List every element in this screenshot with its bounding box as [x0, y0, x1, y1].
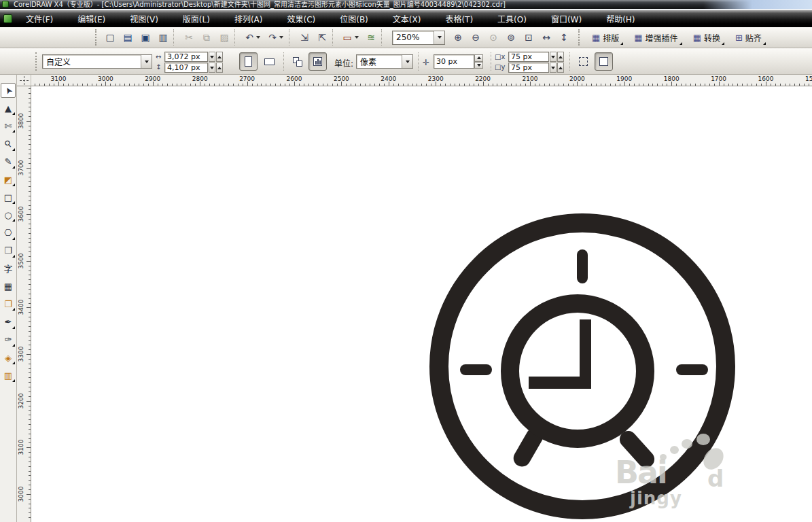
window[interactable]: 窗口(W): [544, 10, 588, 27]
zoom-tool[interactable]: ⚲: [1, 137, 16, 152]
paper-height-spin-up[interactable]: [216, 63, 223, 73]
duplicate-y-field[interactable]: 75 px: [508, 63, 549, 73]
text[interactable]: 文本(X): [386, 10, 428, 27]
duplicate-x-field[interactable]: 75 px: [508, 52, 549, 62]
zoom-combo-arrow-button[interactable]: [434, 31, 444, 44]
toolbar-drag-handle[interactable]: [95, 29, 99, 46]
nudge-spin-up[interactable]: [474, 54, 483, 62]
zoom-to-all-objects-button[interactable]: ⊚: [503, 29, 519, 46]
undo-button[interactable]: ↶: [242, 29, 264, 46]
dup-y-spin-down[interactable]: [550, 63, 557, 73]
application-launcher-button[interactable]: ▭: [340, 29, 361, 46]
paper-width-spin-up[interactable]: [216, 52, 223, 62]
nudge-field[interactable]: 30 px: [434, 54, 474, 69]
save-button[interactable]: ▣: [137, 29, 154, 46]
zoom-to-page-width-button[interactable]: ↔: [538, 29, 554, 46]
dup-y-spin-up[interactable]: [557, 63, 564, 73]
tools[interactable]: 工具(O): [491, 10, 533, 27]
clock-hour-hand[interactable]: [529, 377, 591, 389]
paper-width-control: 3,072 px: [164, 52, 223, 62]
vertical-ruler[interactable]: 380037003600350034003300320031003000: [17, 86, 31, 522]
paper-width-field[interactable]: 3,072 px: [164, 52, 208, 62]
basic-shapes-tool[interactable]: ❒: [1, 243, 16, 258]
dup-x-spin-up[interactable]: [557, 52, 564, 62]
ruler-origin-button[interactable]: [17, 75, 31, 86]
paper-type-arrow-button[interactable]: [141, 55, 152, 68]
paper-height-spin-down[interactable]: [209, 63, 215, 73]
clock-9-tick[interactable]: [460, 364, 492, 375]
interactive-blend-tool[interactable]: ❐: [1, 296, 16, 311]
freehand-tool[interactable]: ✎: [1, 154, 16, 169]
vruler-label: 3800: [18, 114, 24, 129]
welcome-screen-button[interactable]: ≋: [363, 29, 379, 46]
bitmaps[interactable]: 位图(B): [333, 10, 375, 27]
units-combobox[interactable]: 像素: [356, 54, 413, 69]
paper-height-icon: ↕: [156, 64, 161, 71]
interactive-blend-tool-icon: ❐: [4, 300, 12, 309]
snap-macro-button[interactable]: ⊞ 贴齐: [732, 31, 764, 45]
export-button[interactable]: ⇱: [314, 29, 330, 46]
open-button[interactable]: ▤: [120, 29, 136, 46]
eyedropper-tool[interactable]: ✒: [1, 315, 16, 330]
table-tool[interactable]: ▦: [1, 279, 16, 294]
redo-button[interactable]: ↷: [265, 29, 287, 46]
rectangle-tool[interactable]: □: [1, 190, 16, 205]
dup-x-spin-down[interactable]: [550, 52, 557, 62]
import-button[interactable]: ⇲: [296, 29, 313, 46]
convert-macro-button[interactable]: ▦ 转换: [690, 31, 723, 45]
shape-tool[interactable]: ▲: [1, 101, 16, 116]
edit[interactable]: 编辑(E): [71, 10, 112, 27]
pick-tool[interactable]: ➤: [1, 83, 16, 98]
print-button[interactable]: ▥: [155, 29, 171, 46]
view[interactable]: 视图(V): [123, 10, 165, 27]
fill-tool[interactable]: ◈: [1, 350, 16, 365]
current-page-icon: [313, 57, 322, 66]
smart-fill-tool[interactable]: ◩: [1, 172, 16, 187]
polygon-tool[interactable]: ⎔: [1, 226, 16, 241]
zoom-to-page-height-button[interactable]: ↕: [556, 29, 572, 46]
all-pages-button[interactable]: [288, 52, 306, 71]
zoom-to-selected-button: ⊙: [485, 29, 501, 46]
propbar-drag-handle[interactable]: [35, 52, 37, 71]
zoom-level-combobox[interactable]: 250%: [392, 31, 445, 45]
portrait-orientation-button[interactable]: [239, 52, 258, 71]
treat-as-filled-button[interactable]: [595, 52, 613, 71]
current-page-button[interactable]: [308, 52, 327, 71]
hruler-label: 2100: [523, 75, 538, 82]
help[interactable]: 帮助(H): [599, 10, 641, 27]
effects[interactable]: 效果(C): [280, 10, 322, 27]
drawing-canvas[interactable]: Bai d jingy: [31, 86, 812, 522]
zoom-out-button[interactable]: ⊖: [467, 29, 484, 46]
paper-height-field[interactable]: 4,107 px: [164, 63, 208, 73]
ellipse-tool[interactable]: ○: [1, 207, 16, 222]
units-arrow-button[interactable]: [402, 55, 412, 68]
crop-tool[interactable]: ✄: [1, 118, 16, 133]
table[interactable]: 表格(T): [438, 10, 480, 27]
interactive-fill-tool[interactable]: ▥: [1, 368, 16, 383]
marquee-pick-option-button[interactable]: [574, 52, 593, 71]
plugins-macro-button[interactable]: ▦ 增强插件: [631, 31, 680, 45]
zoom-to-page-button[interactable]: ⊡: [520, 29, 537, 46]
clock-12-tick[interactable]: [577, 249, 588, 283]
macro-icon: ⊞: [735, 33, 743, 43]
clock-3-tick[interactable]: [676, 364, 708, 375]
nudge-spin-down[interactable]: [474, 62, 483, 69]
file[interactable]: 文件(F): [19, 10, 60, 27]
text-tool[interactable]: 字: [1, 261, 16, 276]
new-document-button[interactable]: ▢: [102, 29, 118, 46]
layout-macro-button[interactable]: ▦ 排版: [589, 31, 622, 45]
paper-width-spin-down[interactable]: [209, 52, 215, 62]
layout[interactable]: 版面(L): [176, 10, 217, 27]
paper-type-value: 自定义: [43, 56, 141, 67]
arrange[interactable]: 排列(A): [228, 10, 270, 27]
separator: [332, 29, 338, 46]
paper-type-combobox[interactable]: 自定义: [42, 54, 152, 69]
duplicate-y-icon: □y: [495, 64, 505, 71]
horizontal-ruler[interactable]: 3100300029002800270026002500240023002200…: [31, 75, 812, 86]
landscape-orientation-button[interactable]: [260, 52, 279, 71]
zoom-in-button[interactable]: ⊕: [450, 29, 466, 46]
outline-pen-tool[interactable]: ✑: [1, 332, 16, 347]
window-title: CorelDRAW X4（专业版）- [C:\Users\Administrat…: [14, 0, 506, 9]
macro-toolbar-handle[interactable]: [578, 29, 582, 46]
ellipse-tool-icon: ○: [4, 211, 12, 220]
